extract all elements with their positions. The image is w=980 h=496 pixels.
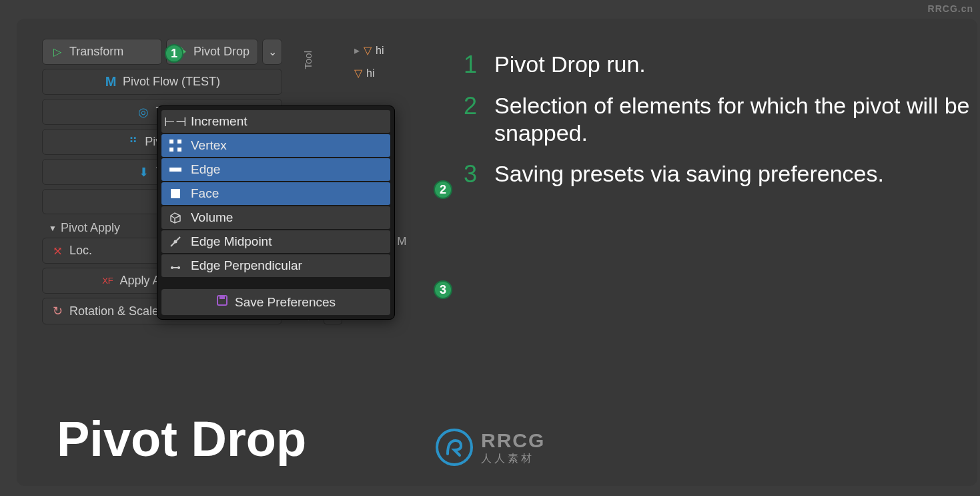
- svg-rect-1: [177, 140, 181, 144]
- instruction-text: Pivot Drop run.: [494, 51, 646, 78]
- axes-icon: ⤧: [51, 244, 64, 258]
- edge-perpendicular-icon: [168, 258, 183, 273]
- dd-label: Vertex: [191, 138, 227, 153]
- dd-label: Edge Perpendicular: [191, 258, 302, 273]
- side-tool-label: Tool: [302, 51, 314, 69]
- loc-label: Loc.: [69, 244, 92, 258]
- svg-rect-3: [177, 148, 181, 152]
- instruction-text: Saving presets via saving preferences.: [494, 160, 884, 188]
- dd-item-volume[interactable]: Volume: [161, 206, 390, 229]
- xf-icon: XF: [101, 274, 114, 288]
- dd-item-edge-midpoint[interactable]: Edge Midpoint: [161, 230, 390, 253]
- transform-label: Transform: [69, 45, 123, 59]
- instruction-2: 2 Selection of elements for which the pi…: [464, 92, 980, 147]
- pivot-drop-label: Pivot Drop: [193, 45, 250, 59]
- dd-item-edge-perpendicular[interactable]: Edge Perpendicular: [161, 254, 390, 277]
- m-icon: M: [104, 75, 117, 89]
- snap-dropdown: ⊢⊣ Increment Vertex Edge Face Volume: [157, 105, 395, 320]
- logo-main-text: RRCG: [481, 429, 545, 452]
- pivot-apply-label: Pivot Apply: [61, 221, 120, 235]
- edge-midpoint-icon: [168, 234, 183, 249]
- dd-label: Face: [191, 186, 219, 201]
- mesh-icon: ▽: [354, 67, 362, 79]
- increment-icon: ⊢⊣: [168, 114, 183, 129]
- dd-label: Edge: [191, 162, 220, 177]
- dd-item-increment[interactable]: ⊢⊣ Increment: [161, 110, 390, 133]
- outliner-row-2[interactable]: ▽ hi: [350, 65, 378, 81]
- rotate-icon: ↻: [51, 304, 64, 318]
- instruction-number: 2: [464, 92, 481, 120]
- svg-rect-5: [171, 189, 180, 198]
- svg-point-10: [177, 266, 180, 269]
- svg-rect-4: [169, 168, 181, 172]
- edge-icon: [168, 162, 183, 177]
- volume-icon: [168, 210, 183, 225]
- svg-point-9: [171, 266, 173, 269]
- mesh-icon: ▽: [364, 44, 372, 57]
- instruction-text: Selection of elements for which the pivo…: [494, 92, 980, 147]
- watermark-text: RRCG.cn: [928, 3, 973, 14]
- face-icon: [168, 186, 183, 201]
- badge-3: 3: [434, 280, 452, 299]
- dd-label: Volume: [191, 210, 233, 225]
- dropdown-toggle[interactable]: ⌄: [262, 39, 282, 65]
- svg-rect-0: [169, 140, 173, 144]
- svg-rect-12: [219, 296, 225, 299]
- badge-2: 2: [434, 180, 452, 199]
- target-icon: ◎: [137, 105, 150, 119]
- play-icon: ▷: [51, 45, 64, 59]
- dd-item-face[interactable]: Face: [161, 182, 390, 205]
- svg-rect-2: [169, 148, 173, 152]
- dd-label: Increment: [191, 114, 247, 129]
- svg-point-7: [174, 240, 177, 244]
- instruction-3: 3 Saving presets via saving preferences.: [464, 160, 980, 188]
- dd-label: Edge Midpoint: [191, 234, 272, 249]
- logo: RRCG 人人素材: [436, 429, 545, 466]
- page-title: Pivot Drop: [57, 411, 306, 467]
- outliner-item-label: hi: [366, 67, 374, 79]
- instruction-number: 1: [464, 51, 481, 79]
- dd-item-edge[interactable]: Edge: [161, 158, 390, 181]
- save-preferences-label: Save Preferences: [235, 295, 336, 310]
- logo-icon: [436, 429, 473, 466]
- rotation-scale-label: Rotation & Scale: [69, 304, 159, 318]
- content-frame: Tool st Rope ▸ ▽ hi ▽ hi d M ◻ ▭ ▷ Trans…: [17, 19, 977, 486]
- instructions-list: 1 Pivot Drop run. 2 Selection of element…: [464, 51, 980, 202]
- transform-button[interactable]: ▷ Transform: [42, 39, 162, 65]
- vertex-icon: [168, 138, 183, 153]
- download-icon: ⬇: [137, 166, 151, 179]
- outliner-row-1[interactable]: ▸ ▽ hi: [350, 43, 388, 58]
- logo-sub-text: 人人素材: [481, 452, 545, 466]
- save-preferences-button[interactable]: Save Preferences: [161, 289, 390, 315]
- pivot-flow-button[interactable]: M Pivot Flow (TEST): [42, 69, 282, 95]
- chevron-right-icon: ▸: [354, 44, 360, 57]
- dd-item-vertex[interactable]: Vertex: [161, 134, 390, 157]
- outliner-item-label: hi: [376, 45, 384, 57]
- instruction-1: 1 Pivot Drop run.: [464, 51, 980, 79]
- pivot-flow-label: Pivot Flow (TEST): [123, 75, 220, 89]
- instruction-number: 3: [464, 160, 481, 188]
- dots-icon: ⠛: [126, 136, 139, 149]
- badge-1: 1: [165, 44, 183, 63]
- save-icon: [216, 294, 228, 310]
- chevron-down-icon: ⌄: [268, 45, 277, 58]
- triangle-down-icon: ▼: [49, 224, 57, 233]
